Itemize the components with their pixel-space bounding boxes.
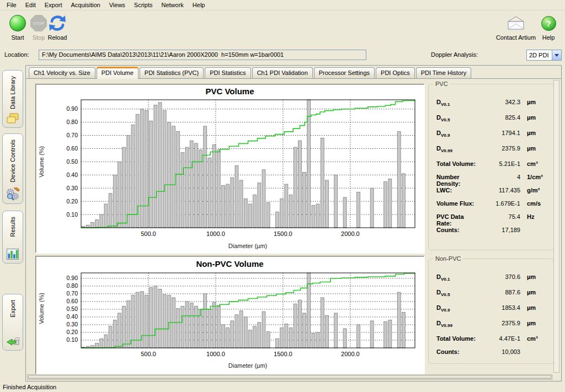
tab-pdi-statistics[interactable]: PDI Statistics [205,67,250,78]
stat-row: Total Volume:4.47E-1cm³ [436,335,548,348]
stat-row: DV0.91853.4µm [436,304,548,320]
menu-edit[interactable]: Edit [21,1,40,9]
non-pvc-chart-title: Non-PVC Volume [36,259,424,269]
horizontal-scrollbar[interactable] [27,374,552,380]
non-pvc-stats-panel: Non-PVC DV0.1370.6µmDV0.5887.6µmDV0.9185… [428,259,554,364]
stat-label-subscript: V0.5 [441,292,450,297]
svg-text:2000.0: 2000.0 [341,351,360,357]
stat-label-subscript: V0.9 [441,133,450,138]
menu-views[interactable]: Views [105,1,130,9]
tab-ch1-pdi-validation[interactable]: Ch1 PDI Validation [252,67,313,78]
svg-text:0.10: 0.10 [67,211,78,218]
menu-network[interactable]: Network [157,1,188,9]
stat-label-subscript: V0.1 [441,102,450,107]
tab-processor-settings[interactable]: Processor Settings [314,67,375,78]
contact-artium-label: Contact Artium [495,34,536,41]
tab-pdi-optics[interactable]: PDI Optics [376,67,415,78]
stat-label: PVC Data Rate: [436,213,481,227]
stat-value: 2375.9 [481,320,520,326]
help-button[interactable]: ? Help [536,13,561,41]
svg-text:1500.0: 1500.0 [274,230,292,237]
sidebar-item-export[interactable]: Export [2,294,23,351]
pvc-chart-ylabel: Volume (%) [38,146,45,178]
export-icon [6,335,20,347]
help-icon: ? [541,16,556,31]
stat-label: Counts: [436,227,481,233]
svg-text:0.60: 0.60 [67,145,78,152]
location-label: Location: [4,51,29,58]
sidebar-item-results[interactable]: Results [2,211,23,264]
stat-label-subscript: V0.1 [441,277,450,282]
menu-export[interactable]: Export [40,1,67,9]
menu-help[interactable]: Help [188,1,210,9]
vertical-scrollbar[interactable] [553,80,559,373]
sidebar-item-device-controls[interactable]: Device Controls [2,133,23,204]
contact-artium-button[interactable]: Contact Artium [495,13,536,41]
stat-value: 825.4 [481,114,520,121]
status-text: Finished Acquisition [3,384,56,390]
location-field[interactable]: F:\My Documents\AIMS Data\2013\2013\11\2… [39,50,366,60]
stat-row: Number Density:41/cm³ [436,174,548,187]
scrollbar-thumb[interactable] [28,375,551,379]
stat-label-subscript: V0.99 [441,148,452,153]
pvc-volume-chart: PVC Volume Volume (%) 0.100.200.300.400.… [35,84,424,253]
stat-unit: µm [520,320,548,326]
stat-unit: g/m³ [520,187,548,194]
doppler-analysis-value: 2D PDI [529,52,548,58]
non-pvc-stats-rows: DV0.1370.6µmDV0.5887.6µmDV0.91853.4µmDV0… [436,273,548,362]
tab-ch1-velocity-vs-size[interactable]: Ch1 Velocity vs. Size [29,67,95,78]
stat-value: 1.679E-1 [481,200,520,207]
tab-pdi-volume[interactable]: PDI Volume [97,67,138,79]
svg-text:0.70: 0.70 [67,132,78,138]
stat-label: DV0.5 [436,289,481,297]
svg-text:0.40: 0.40 [67,313,78,320]
sidebar-item-data-library[interactable]: Data Library [2,70,23,128]
stat-unit: cm³ [520,160,548,167]
svg-text:0.20: 0.20 [67,198,78,205]
stat-label: DV0.99 [436,320,481,328]
stat-label: DV0.99 [436,145,481,153]
non-pvc-volume-chart: Non-PVC Volume Volume (%) 0.100.200.300.… [35,256,424,374]
svg-text:1000.0: 1000.0 [206,230,225,237]
tab-pdi-statistics-pvc[interactable]: PDI Statistics (PVC) [140,67,204,78]
status-bar: Finished Acquisition [0,383,565,392]
results-chart-icon [6,248,19,260]
gears-icon [6,187,20,201]
menu-acquisition[interactable]: Acquisition [67,1,105,9]
svg-text:0.80: 0.80 [67,119,78,125]
stat-value: 1853.4 [481,304,520,311]
stat-value: 342.3 [481,99,520,105]
svg-text:0.60: 0.60 [67,298,78,304]
tab-bar: Ch1 Velocity vs. Size PDI Volume PDI Sta… [26,66,561,79]
dropdown-button[interactable] [552,50,561,60]
svg-text:0.30: 0.30 [67,321,78,327]
pvc-stats-rows: DV0.1342.3µmDV0.5825.4µmDV0.91794.1µmDV0… [436,99,548,240]
sidebar-label-export: Export [9,300,16,318]
stat-row: Counts:10,003 [436,348,548,362]
non-pvc-chart-plot: 0.100.200.300.400.500.600.700.800.90500.… [47,271,422,360]
stat-value: 887.6 [481,289,520,296]
svg-text:0.90: 0.90 [67,105,78,112]
menu-file[interactable]: File [2,1,21,9]
stat-value: 4 [481,174,520,180]
stat-unit: µm [520,99,548,105]
toolbar: Start STOP Stop Reload Contact Artium ? [0,11,565,47]
pvc-chart-title: PVC Volume [36,87,424,96]
stat-label: LWC: [436,187,481,194]
stat-label: DV0.1 [436,99,481,107]
menu-scripts[interactable]: Scripts [130,1,157,9]
doppler-analysis-select[interactable]: 2D PDI [526,50,562,61]
svg-text:1000.0: 1000.0 [206,351,225,357]
menu-bar: File Edit Export Acquisition Views Scrip… [0,0,565,10]
stat-value: 4.47E-1 [481,335,520,342]
stat-row: DV0.992375.9µm [436,145,548,160]
non-pvc-chart-ylabel: Volume (%) [38,293,45,324]
tab-pdi-time-history[interactable]: PDI Time History [416,67,472,78]
svg-text:0.30: 0.30 [67,185,78,191]
start-icon [9,15,26,31]
stat-label: DV0.9 [436,304,481,313]
stat-unit: µm [520,145,548,152]
reload-button[interactable]: Reload [43,13,72,41]
reload-icon [49,14,66,32]
stat-row: LWC:117.435g/m³ [436,187,548,200]
